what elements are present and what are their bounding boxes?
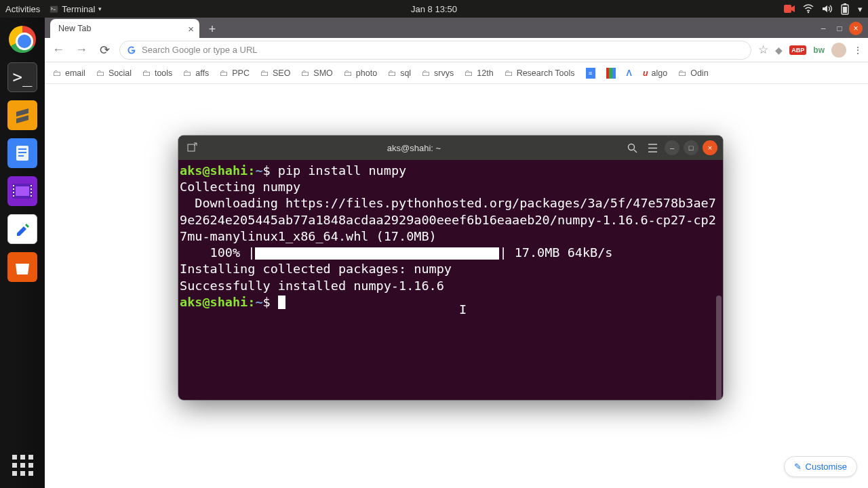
browser-tab[interactable]: New Tab × [50,19,199,38]
battery-icon[interactable] [840,3,850,15]
svg-rect-5 [843,7,847,13]
folder-icon: 🗀 [260,68,269,78]
customise-label: Customise [806,462,847,472]
bookmark-affs[interactable]: 🗀affs [183,68,209,78]
folder-icon: 🗀 [388,68,397,78]
terminal-app-menu[interactable]: Terminal ▾ [50,4,102,14]
terminal-minimize-button[interactable]: – [665,140,679,155]
terminal-body[interactable]: aks@shahi:~$ pip install numpy Collectin… [178,160,723,400]
bookmark-odin[interactable]: 🗀Odin [678,68,708,78]
svg-rect-15 [13,195,14,197]
chrome-menu-icon[interactable]: ⋮ [853,45,863,56]
terminal-menu-label: Terminal [62,4,95,14]
tab-close-icon[interactable]: × [188,23,194,35]
svg-rect-14 [13,192,14,193]
new-tab-button[interactable]: + [203,20,221,38]
bookmark-sql[interactable]: 🗀sql [388,68,411,78]
prompt-path: ~ [255,163,262,178]
bw-extension-icon[interactable]: bw [813,45,825,55]
svg-rect-17 [31,188,32,190]
volume-icon[interactable] [822,4,832,14]
profile-avatar[interactable] [831,43,846,58]
bookmark-12th[interactable]: 🗀12th [465,68,493,78]
bookmark-social[interactable]: 🗀Social [96,68,132,78]
terminal-title: aks@shahi: ~ [204,143,624,153]
terminal-cursor [278,296,285,309]
folder-icon: 🗀 [96,68,105,78]
activities-button[interactable]: Activities [5,4,40,14]
terminal-maximize-button[interactable]: □ [684,140,698,155]
google-icon [127,45,136,55]
terminal-icon [50,5,58,14]
dock-chrome[interactable] [7,24,37,54]
svg-rect-13 [13,188,14,190]
customise-button[interactable]: ✎ Customise [784,456,857,477]
terminal-progress: 100% || 17.0MB 64kB/s [180,245,722,261]
browser-toolbar: ← → ⟳ Search Google or type a URL ☆ ◆ AB… [45,38,868,62]
back-button[interactable]: ← [50,42,66,58]
gnome-top-bar: Activities Terminal ▾ Jan 8 13:50 ▾ [0,0,868,18]
window-close-button[interactable]: × [849,22,863,35]
bookmark-photo[interactable]: 🗀photo [344,68,377,78]
ads-icon: Λ [627,68,632,78]
bookmark-docs[interactable]: ≡ [586,68,595,79]
new-tab-terminal-button[interactable] [184,140,200,156]
folder-icon: 🗀 [53,68,62,78]
docs-icon: ≡ [586,68,595,79]
svg-rect-12 [13,185,14,186]
forward-button[interactable]: → [73,42,90,58]
reload-button[interactable]: ⟳ [96,42,113,58]
system-menu-chevron-icon[interactable]: ▾ [858,4,863,14]
address-bar[interactable]: Search Google or type a URL [119,41,751,60]
svg-rect-1 [784,5,791,13]
terminal-menu-button[interactable] [644,140,660,156]
window-maximize-button[interactable]: □ [833,22,846,35]
terminal-scrollbar[interactable] [716,296,722,400]
sublime-icon [14,106,31,124]
screen-record-icon[interactable] [784,5,795,13]
svg-rect-19 [31,195,32,197]
svg-point-25 [628,144,634,150]
bookmark-seo[interactable]: 🗀SEO [260,68,290,78]
terminal-output: Installing collected packages: numpy [180,261,722,277]
svg-rect-7 [18,148,26,150]
svg-point-2 [808,12,809,13]
bookmark-ppc[interactable]: 🗀PPC [220,68,250,78]
bookmark-smo[interactable]: 🗀SMO [301,68,332,78]
folder-icon: 🗀 [344,68,353,78]
show-applications[interactable] [12,455,33,476]
dock-software-center[interactable] [7,252,37,282]
dock-app-pad[interactable] [7,138,37,168]
svg-rect-9 [18,155,24,157]
dock-video[interactable] [7,176,37,206]
folder-icon: 🗀 [422,68,431,78]
pencil-icon [14,221,31,237]
folder-icon: 🗀 [465,68,473,78]
terminal-search-button[interactable] [624,140,640,156]
svg-rect-16 [31,185,32,186]
bookmark-srvys[interactable]: 🗀srvys [422,68,454,78]
dock-sublime[interactable] [7,100,37,130]
svg-rect-11 [16,186,29,196]
terminal-titlebar[interactable]: aks@shahi: ~ – □ × [178,136,723,160]
wifi-icon[interactable] [803,4,814,14]
bookmark-star-icon[interactable]: ☆ [758,43,768,57]
bookmark-email[interactable]: 🗀email [53,68,85,78]
terminal-close-button[interactable]: × [703,140,717,155]
svg-rect-18 [31,192,32,193]
window-minimize-button[interactable]: – [816,22,830,35]
extension-gray-icon[interactable]: ◆ [775,45,783,56]
dock-text-editor[interactable] [7,214,37,244]
dock-terminal[interactable]: >_ [7,62,37,92]
adblock-icon[interactable]: ABP [789,45,806,55]
bookmark-algo[interactable]: ualgo [643,68,667,78]
terminal-output: Collecting numpy [180,179,722,195]
svg-rect-23 [612,68,616,79]
bookmark-tools[interactable]: 🗀tools [142,68,172,78]
bookmark-ads[interactable]: Λ [627,68,632,78]
clock[interactable]: Jan 8 13:50 [411,4,457,14]
prompt-user: aks@shahi [180,163,248,178]
bookmark-research-tools[interactable]: 🗀Research Tools [505,68,575,78]
dock: >_ [0,18,45,488]
bookmark-sheets[interactable] [606,68,616,79]
